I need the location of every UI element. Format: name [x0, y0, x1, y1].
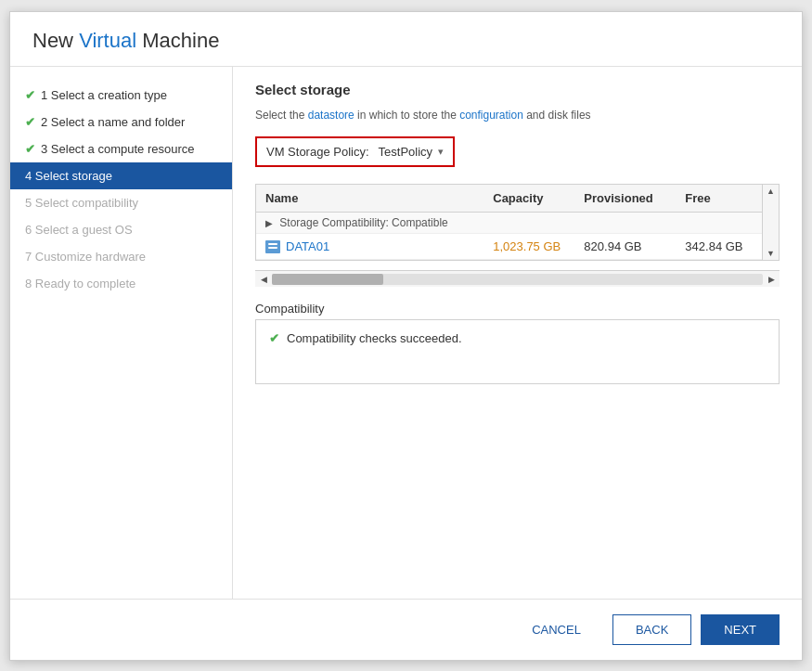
sidebar-item-label-step7: 7 Customize hardware: [25, 250, 146, 264]
datastore-provisioned-cell: 820.94 GB: [574, 233, 676, 260]
table-horizontal-scrollbar[interactable]: ◀ ▶: [255, 270, 780, 287]
datastore-table: Name Capacity Provisioned Free ▶ Storage…: [256, 185, 762, 261]
check-icon-step2: ✔: [25, 115, 35, 129]
compatibility-text: Compatibility checks succeeded.: [287, 331, 462, 345]
datastore-name-cell: DATA01: [256, 233, 483, 260]
datastore-icon: [265, 240, 280, 253]
expand-icon: ▶: [265, 218, 273, 228]
sidebar-item-step1: ✔ 1 Select a creation type: [10, 82, 232, 109]
datastore-table-wrapper: Name Capacity Provisioned Free ▶ Storage…: [255, 184, 780, 262]
scroll-up-arrow[interactable]: ▲: [765, 185, 778, 198]
back-button[interactable]: BACK: [612, 614, 691, 645]
next-button[interactable]: NEXT: [701, 614, 780, 645]
group-label: ▶ Storage Compatibility: Compatible: [256, 212, 762, 233]
sidebar-item-label-step8: 8 Ready to complete: [25, 277, 135, 290]
compatibility-box: ✔ Compatibility checks succeeded.: [255, 319, 780, 384]
sidebar-item-label-step3: 3 Select a compute resource: [41, 142, 194, 156]
col-header-name: Name: [256, 185, 483, 213]
dialog-body: ✔ 1 Select a creation type ✔ 2 Select a …: [10, 67, 802, 599]
dialog-footer: CANCEL BACK NEXT: [10, 599, 802, 660]
policy-value: TestPolicy: [379, 145, 433, 159]
scrollbar-track[interactable]: [272, 274, 763, 285]
datastore-name: DATA01: [286, 239, 329, 253]
content-subtitle: Select the datastore in which to store t…: [255, 109, 780, 122]
policy-dropdown[interactable]: TestPolicy ▾: [379, 145, 445, 159]
sidebar-item-step3: ✔ 3 Select a compute resource: [10, 135, 232, 162]
table-header-row: Name Capacity Provisioned Free: [256, 185, 762, 213]
cancel-button[interactable]: CANCEL: [509, 614, 603, 645]
scrollbar-thumb[interactable]: [272, 274, 383, 285]
col-header-free: Free: [676, 185, 762, 213]
sidebar-item-step6: 6 Select a guest OS: [10, 216, 232, 243]
sidebar-item-label-step6: 6 Select a guest OS: [25, 223, 133, 237]
compatibility-label: Compatibility: [255, 302, 780, 316]
configuration-link[interactable]: configuration: [459, 109, 523, 122]
sidebar-item-label-step2: 2 Select a name and folder: [41, 115, 185, 129]
datastore-table-inner: Name Capacity Provisioned Free ▶ Storage…: [256, 185, 762, 261]
table-group-row[interactable]: ▶ Storage Compatibility: Compatible: [256, 212, 762, 233]
wizard-sidebar: ✔ 1 Select a creation type ✔ 2 Select a …: [10, 67, 233, 599]
dialog-title-bar: New Virtual Machine: [10, 12, 802, 67]
datastore-free-cell: 342.84 GB: [676, 233, 762, 260]
compatibility-check-icon: ✔: [269, 331, 279, 345]
datastore-capacity: 1,023.75 GB: [493, 239, 561, 253]
sidebar-item-step4[interactable]: 4 Select storage: [10, 162, 232, 189]
compatibility-message: ✔ Compatibility checks succeeded.: [269, 331, 766, 345]
compatibility-section: Compatibility ✔ Compatibility checks suc…: [255, 302, 780, 384]
scroll-left-arrow[interactable]: ◀: [257, 273, 270, 286]
scroll-down-arrow[interactable]: ▼: [765, 247, 778, 260]
datastore-provisioned: 820.94 GB: [584, 239, 641, 253]
check-icon-step3: ✔: [25, 142, 35, 156]
datastore-free: 342.84 GB: [685, 239, 742, 253]
col-header-provisioned: Provisioned: [574, 185, 676, 213]
content-title: Select storage: [255, 82, 780, 97]
sidebar-item-step8: 8 Ready to complete: [10, 270, 232, 297]
dialog-title: New Virtual Machine: [32, 29, 780, 53]
sidebar-item-step5: 5 Select compatibility: [10, 189, 232, 216]
scroll-right-arrow[interactable]: ▶: [765, 273, 778, 286]
vm-storage-policy-row: VM Storage Policy: TestPolicy ▾: [255, 136, 455, 167]
check-icon-step1: ✔: [25, 88, 35, 102]
datastore-capacity-cell: 1,023.75 GB: [483, 233, 574, 260]
table-row[interactable]: DATA01 1,023.75 GB 820.94 GB 342.84 GB: [256, 233, 762, 260]
datastore-link[interactable]: datastore: [308, 109, 354, 122]
sidebar-item-label-step4: 4 Select storage: [25, 169, 112, 183]
policy-label: VM Storage Policy:: [266, 145, 369, 159]
sidebar-item-label-step1: 1 Select a creation type: [41, 88, 167, 102]
col-header-capacity: Capacity: [483, 185, 574, 213]
chevron-down-icon: ▾: [438, 146, 444, 158]
main-content: Select storage Select the datastore in w…: [233, 67, 802, 599]
sidebar-item-label-step5: 5 Select compatibility: [25, 196, 138, 210]
sidebar-item-step2: ✔ 2 Select a name and folder: [10, 109, 232, 135]
table-vertical-scrollbar[interactable]: ▲ ▼: [762, 185, 779, 261]
new-vm-dialog: New Virtual Machine ✔ 1 Select a creatio…: [9, 11, 803, 661]
sidebar-item-step7: 7 Customize hardware: [10, 243, 232, 270]
